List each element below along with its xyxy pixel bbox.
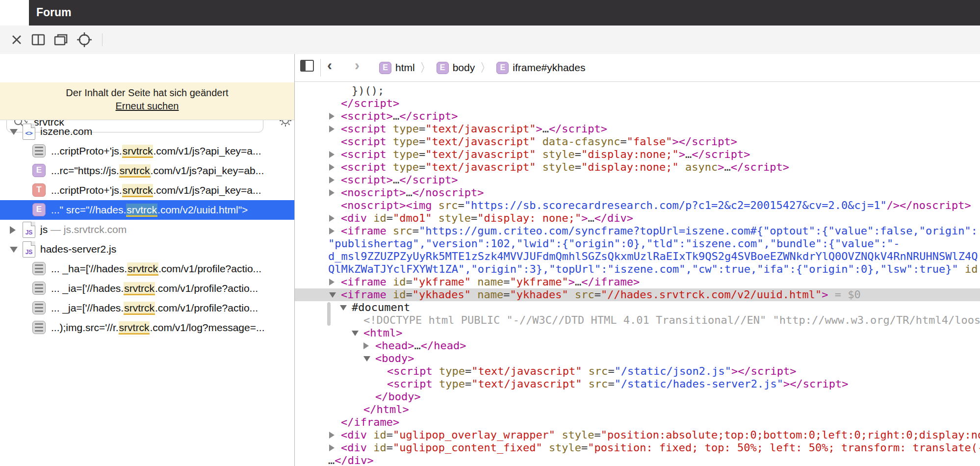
toolbar-separator: [102, 33, 103, 46]
resource-group-row[interactable]: JShades-server2.js: [0, 239, 294, 259]
inspector-toolbar: ! ElementeKonsoleQuellenNetzwerkTimeline…: [0, 26, 980, 54]
close-icon[interactable]: [10, 26, 24, 54]
search-result-row[interactable]: T...criptProto+'js.srvtrck.com/v1/js?api…: [0, 181, 294, 200]
dom-tree-line[interactable]: })();: [295, 84, 980, 97]
disclosure-closed-icon[interactable]: [329, 177, 335, 183]
lines-badge-icon: [32, 144, 46, 157]
disclosure-open-icon[interactable]: [352, 331, 359, 336]
result-text: ...rc="https://js.srvtrck.com/v1/js?api_…: [51, 161, 264, 181]
dom-tree-line[interactable]: <html>: [295, 327, 980, 339]
result-text: ...);img.src='//r.srvtrck.com/v1/log?mes…: [51, 318, 264, 337]
toggle-sidebar-icon[interactable]: [300, 60, 314, 72]
disclosure-open-icon[interactable]: [340, 305, 347, 311]
disclosure-closed-icon[interactable]: [329, 151, 335, 158]
result-text: ... _ha=['//hades.srvtrck.com/v1/profile…: [51, 259, 261, 279]
dom-tree-panel[interactable]: })();</script><script>…</script><script …: [295, 82, 980, 466]
dom-tree-line[interactable]: "publishertag","version":102,"lwid":{"or…: [295, 237, 980, 250]
forward-button[interactable]: ›: [355, 57, 360, 74]
disclosure-closed-icon[interactable]: [329, 215, 335, 222]
disclosure-closed-icon[interactable]: [329, 189, 335, 196]
result-text: ...criptProto+'js.srvtrck.com/v1/js?api_…: [51, 181, 261, 200]
disclosure-closed-icon[interactable]: [329, 279, 335, 285]
dom-tree-line[interactable]: <script type="text/javascript" style="di…: [295, 148, 980, 161]
match-highlight: srvtrck: [122, 145, 154, 158]
match-highlight: srvtrck: [122, 184, 154, 197]
search-result-row[interactable]: ...criptProto+'js.srvtrck.com/v1/js?api_…: [0, 141, 294, 161]
dom-tree-line[interactable]: </html>: [295, 403, 980, 416]
search-again-link[interactable]: Erneut suchen: [116, 101, 179, 112]
dom-tree-line[interactable]: <div id="uglipop_content_fixed" style="p…: [295, 441, 980, 454]
undock-icon[interactable]: [52, 26, 70, 54]
dom-tree-line[interactable]: <script type="text/javascript" data-cfas…: [295, 135, 980, 148]
dom-tree-line[interactable]: d_msl9ZZUZPZyUyRk5MTE1zSzk4MVVJUFdmQmhlS…: [295, 250, 980, 263]
disclosure-closed-icon[interactable]: [329, 432, 335, 439]
dom-tree-line[interactable]: <body>: [295, 352, 980, 365]
disclosure-closed-icon[interactable]: [329, 113, 335, 120]
search-result-row[interactable]: E..." src="//hades.srvtrck.com/v2/uuid.h…: [0, 200, 294, 220]
disclosure-closed-icon[interactable]: [329, 126, 335, 132]
dom-tree-line[interactable]: <script type="text/javascript" src="/sta…: [295, 365, 980, 378]
dom-tree-line[interactable]: <script>…</script>: [295, 110, 980, 123]
html-file-icon: <>: [23, 124, 35, 140]
dom-tree-line[interactable]: <head>…</head>: [295, 339, 980, 352]
dock-side-icon[interactable]: [30, 26, 46, 54]
disclosure-closed-icon[interactable]: [329, 164, 335, 171]
search-result-row[interactable]: ... _ja=['//hades.srvtrck.com/v1/profile…: [0, 298, 294, 318]
page-title: Forum: [36, 6, 72, 19]
match-highlight: srvtrck: [126, 204, 157, 217]
disclosure-open-icon[interactable]: [329, 292, 336, 298]
dom-node-selected[interactable]: <iframe id="ykhades" name="ykhades" src=…: [295, 288, 980, 301]
match-highlight: srvtrck: [124, 302, 155, 315]
result-text: ... _ia=['//hades.srvtrck.com/v1/profile…: [51, 279, 258, 298]
chevron-right-icon[interactable]: [10, 226, 16, 234]
breadcrumb-item-html[interactable]: Ehtml: [379, 62, 415, 74]
disclosure-open-icon[interactable]: [363, 356, 370, 362]
dom-tree-line[interactable]: …</div>: [295, 454, 980, 466]
dom-tree-line[interactable]: </script>: [295, 97, 980, 110]
search-result-row[interactable]: ... _ia=['//hades.srvtrck.com/v1/profile…: [0, 279, 294, 298]
dom-tree-line[interactable]: <div id="dmo1" style="display: none;">…<…: [295, 212, 980, 225]
dom-tree-line[interactable]: <!DOCTYPE html PUBLIC "-//W3C//DTD HTML …: [295, 314, 980, 327]
dom-tree-line[interactable]: <script type="text/javascript" style="di…: [295, 161, 980, 174]
inspector-nav-bar: ‹ › Ehtml〉Ebody〉Eiframe#ykhades: [295, 54, 980, 82]
dom-tree-line[interactable]: </body>: [295, 390, 980, 403]
search-result-row[interactable]: E...rc="https://js.srvtrck.com/v1/js?api…: [0, 161, 294, 181]
js-file-icon: JS: [23, 241, 35, 258]
dom-tree-line[interactable]: <script type="text/javascript" src="/sta…: [295, 378, 980, 390]
resource-group-row[interactable]: JSjs — js.srvtrck.com: [0, 220, 294, 239]
dom-tree-line[interactable]: #document: [295, 301, 980, 314]
search-result-row[interactable]: ... _ha=['//hades.srvtrck.com/v1/profile…: [0, 259, 294, 279]
group-label: js — js.srvtrck.com: [40, 220, 127, 239]
dom-tree-line[interactable]: <noscript>…</noscript>: [295, 186, 980, 199]
breadcrumb-item-iframe-ykhades[interactable]: Eiframe#ykhades: [496, 62, 585, 74]
dom-tree-line[interactable]: <iframe id="ykframe" name="ykframe">…</i…: [295, 276, 980, 288]
lines-badge-icon: [32, 262, 46, 275]
dom-tree-line[interactable]: <script type="text/javascript">…</script…: [295, 123, 980, 135]
dom-tree-line[interactable]: <script>…</script>: [295, 174, 980, 186]
result-text: ..." src="//hades.srvtrck.com/v2/uuid.ht…: [51, 200, 248, 220]
breadcrumb-item-body[interactable]: Ebody: [437, 62, 475, 74]
breadcrumb-separator: 〉: [420, 60, 432, 76]
dom-tree-line[interactable]: <div id="uglipop_overlay_wrapper" style=…: [295, 429, 980, 441]
disclosure-closed-icon[interactable]: [329, 444, 335, 451]
search-result-row[interactable]: ...);img.src='//r.srvtrck.com/v1/log?mes…: [0, 318, 294, 337]
element-picker-icon[interactable]: [75, 26, 94, 54]
dom-tree-line[interactable]: <iframe src="https://gum.criteo.com/sync…: [295, 225, 980, 237]
match-highlight: srvtrck: [124, 282, 155, 295]
dom-tree-line[interactable]: </iframe>: [295, 416, 980, 429]
search-sidebar: srvtrck Der Inhalt der Seite hat sich ge…: [0, 54, 294, 466]
dom-tree-line[interactable]: <noscript><img src="https://sb.scorecard…: [295, 199, 980, 212]
disclosure-closed-icon[interactable]: [363, 342, 369, 349]
title-bar-corner: [0, 0, 29, 26]
content-changed-banner: Der Inhalt der Seite hat sich geändert E…: [0, 82, 294, 120]
resource-group-row[interactable]: <>iszene.com: [0, 122, 294, 141]
breadcrumb-label: iframe#ykhades: [513, 62, 585, 74]
dom-tree-line[interactable]: QlMkZWaTJYclFXYWt1ZA","origin":3},"topUr…: [295, 263, 980, 276]
disclosure-closed-icon[interactable]: [329, 228, 335, 234]
chevron-down-icon[interactable]: [10, 129, 18, 135]
back-button[interactable]: ‹: [327, 57, 332, 74]
breadcrumb-separator: 〉: [480, 60, 491, 76]
chevron-down-icon[interactable]: [10, 247, 18, 253]
breadcrumb: Ehtml〉Ebody〉Eiframe#ykhades: [379, 54, 585, 81]
element-badge-icon: E: [437, 62, 449, 74]
